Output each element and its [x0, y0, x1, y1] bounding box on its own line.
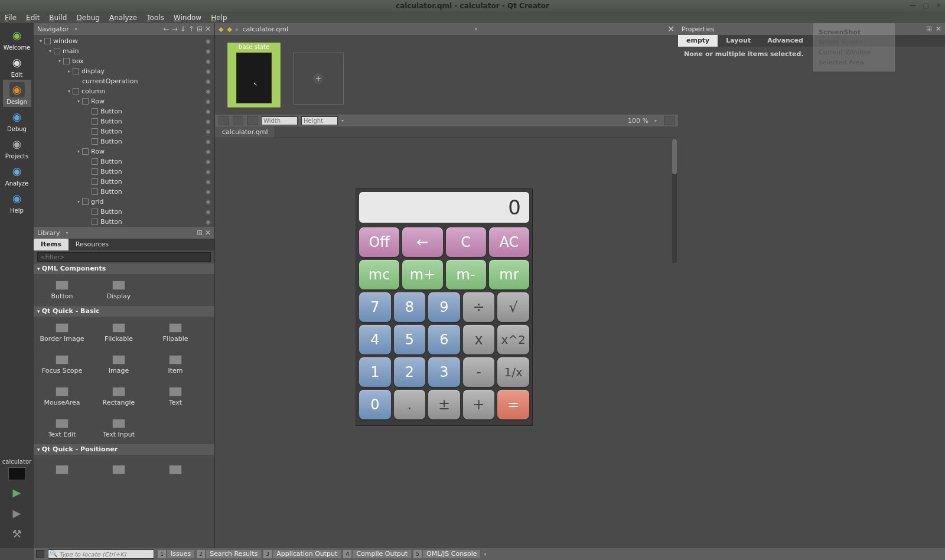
- calc-btn[interactable]: 6: [428, 325, 460, 354]
- calc-btn[interactable]: ←: [402, 227, 442, 257]
- calc-btn[interactable]: Off: [359, 227, 399, 257]
- lib-item[interactable]: Rectangle: [90, 380, 147, 412]
- state-card-add[interactable]: +: [293, 53, 344, 105]
- lib-section-header[interactable]: Qt Quick - Basic: [34, 306, 214, 317]
- crumb-dd-icon[interactable]: ▾: [475, 27, 477, 32]
- status-pane-application output[interactable]: 3Application Output: [263, 550, 341, 558]
- crumb-diamond-icon[interactable]: ◆: [219, 25, 223, 33]
- lib-item[interactable]: Flickable: [90, 317, 147, 349]
- calc-btn[interactable]: x: [463, 325, 495, 354]
- calc-btn[interactable]: 2: [394, 357, 426, 387]
- state-card-base[interactable]: base state ↖: [227, 42, 281, 108]
- crumb-close-icon[interactable]: ✕: [667, 24, 674, 34]
- status-pane-search results[interactable]: 2Search Results: [197, 550, 261, 558]
- nav-item-button[interactable]: Button◉: [34, 187, 214, 197]
- nav-item-button[interactable]: Button◉: [34, 157, 214, 167]
- lib-item[interactable]: Text Input: [90, 412, 147, 444]
- calc-btn[interactable]: 1/x: [497, 357, 529, 387]
- calc-btn[interactable]: 0: [359, 390, 391, 419]
- lib-item[interactable]: Flipable: [147, 317, 204, 349]
- overlay-item[interactable]: Selected Area: [819, 57, 889, 67]
- calc-btn[interactable]: 5: [394, 325, 426, 354]
- navigator-tree[interactable]: ▾window◉▾main◉▾box◉▸display◉currentOpera…: [34, 35, 214, 227]
- menu-edit[interactable]: Edit: [26, 14, 40, 22]
- calc-btn[interactable]: 9: [428, 292, 460, 322]
- lib-item[interactable]: Display: [90, 274, 147, 306]
- mode-analyze[interactable]: ◉Analyze: [3, 161, 31, 188]
- mode-edit[interactable]: ◉Edit: [3, 53, 31, 80]
- crumb-file[interactable]: calculator.qml: [242, 25, 288, 33]
- lib-item[interactable]: Image: [90, 349, 147, 380]
- nav-item-window[interactable]: ▾window◉: [34, 36, 214, 46]
- nav-item-grid[interactable]: ▾grid◉: [34, 197, 214, 207]
- menu-tools[interactable]: Tools: [146, 14, 164, 22]
- file-tab[interactable]: calculator.qml: [215, 126, 275, 138]
- nav-item-row[interactable]: ▾Row◉: [34, 146, 214, 157]
- design-canvas[interactable]: 0 Off←CACmcm+m-mr789÷√456xx^2123-1/x0.±+…: [215, 138, 678, 548]
- run-icon[interactable]: ▶: [13, 486, 21, 499]
- menu-window[interactable]: Window: [174, 14, 201, 22]
- library-title[interactable]: Library: [37, 229, 66, 237]
- overlay-item[interactable]: Current Window: [819, 47, 889, 57]
- navigator-title[interactable]: Navigator: [37, 25, 75, 33]
- status-pane-compile output[interactable]: 4Compile Output: [343, 550, 411, 558]
- calc-btn[interactable]: m-: [446, 260, 486, 289]
- locator-input[interactable]: [48, 549, 154, 559]
- tb-bound-icon[interactable]: [219, 116, 229, 125]
- calc-btn[interactable]: ±: [428, 390, 460, 419]
- status-pane-issues[interactable]: 1Issues: [158, 550, 194, 558]
- lib-item[interactable]: [34, 455, 90, 487]
- mode-design[interactable]: ◉Design: [3, 80, 31, 107]
- library-filter-input[interactable]: [37, 252, 211, 262]
- nav-item-button[interactable]: Button◉: [34, 136, 214, 146]
- status-pane-qml/js console[interactable]: 5QML/JS Console: [413, 550, 480, 558]
- calc-btn[interactable]: √: [497, 292, 529, 322]
- build-icon[interactable]: ⚒: [12, 528, 21, 540]
- overlay-item[interactable]: Whole Screen: [819, 37, 889, 47]
- nav-item-currentoperation[interactable]: currentOperation◉: [34, 76, 214, 86]
- mode-welcome[interactable]: ◉Welcome: [3, 25, 31, 53]
- lib-close-icon[interactable]: ✕: [205, 229, 211, 237]
- lib-item[interactable]: Item: [147, 349, 204, 380]
- canvas-scrollbar[interactable]: [672, 139, 677, 263]
- nav-item-row[interactable]: ▾Row◉: [34, 96, 214, 106]
- nav-split-icon[interactable]: ⊞: [197, 25, 203, 33]
- calc-btn[interactable]: =: [497, 390, 529, 419]
- mode-help[interactable]: ◉Help: [3, 188, 31, 216]
- calc-btn[interactable]: +: [463, 390, 495, 419]
- props-tab-empty[interactable]: empty: [678, 35, 718, 47]
- calc-btn[interactable]: 8: [394, 292, 426, 322]
- lib-item[interactable]: [90, 455, 147, 487]
- nav-item-column[interactable]: ▾column◉: [34, 86, 214, 96]
- nav-down-icon[interactable]: ↓: [180, 25, 186, 33]
- nav-item-button[interactable]: Button◉: [34, 106, 214, 116]
- calc-btn[interactable]: 4: [359, 325, 391, 354]
- tb-reset-icon[interactable]: [664, 116, 674, 125]
- calc-btn[interactable]: AC: [489, 227, 529, 257]
- lib-section-header[interactable]: QML Components: [34, 263, 214, 274]
- props-close-icon[interactable]: ✕: [936, 25, 941, 33]
- nav-item-button[interactable]: Button◉: [34, 207, 214, 217]
- height-input[interactable]: [301, 116, 338, 125]
- menu-build[interactable]: Build: [49, 14, 67, 22]
- size-dd-icon[interactable]: ▾: [341, 118, 344, 123]
- nav-item-button[interactable]: Button◉: [34, 177, 214, 187]
- calc-btn[interactable]: .: [394, 390, 426, 419]
- lib-item[interactable]: Text Edit: [34, 412, 90, 444]
- nav-item-main[interactable]: ▾main◉: [34, 46, 214, 56]
- menu-file[interactable]: File: [5, 14, 17, 22]
- lib-item[interactable]: Border Image: [34, 317, 90, 349]
- props-tab-advanced[interactable]: Advanced: [759, 35, 812, 47]
- menu-debug[interactable]: Debug: [76, 14, 99, 22]
- calc-btn[interactable]: 3: [428, 357, 460, 387]
- nav-up-icon[interactable]: ↑: [188, 25, 194, 33]
- nav-item-button[interactable]: Button◉: [34, 217, 214, 227]
- width-input[interactable]: [261, 116, 298, 125]
- nav-fwd-icon[interactable]: →: [172, 25, 178, 33]
- lib-section-header[interactable]: Qt Quick - Positioner: [34, 444, 214, 455]
- calc-btn[interactable]: ÷: [463, 292, 495, 322]
- lib-split-icon[interactable]: ⊞: [197, 229, 203, 237]
- zoom-label[interactable]: 100 %: [628, 117, 649, 125]
- props-tab-layout[interactable]: Layout: [718, 35, 759, 47]
- nav-item-button[interactable]: Button◉: [34, 167, 214, 177]
